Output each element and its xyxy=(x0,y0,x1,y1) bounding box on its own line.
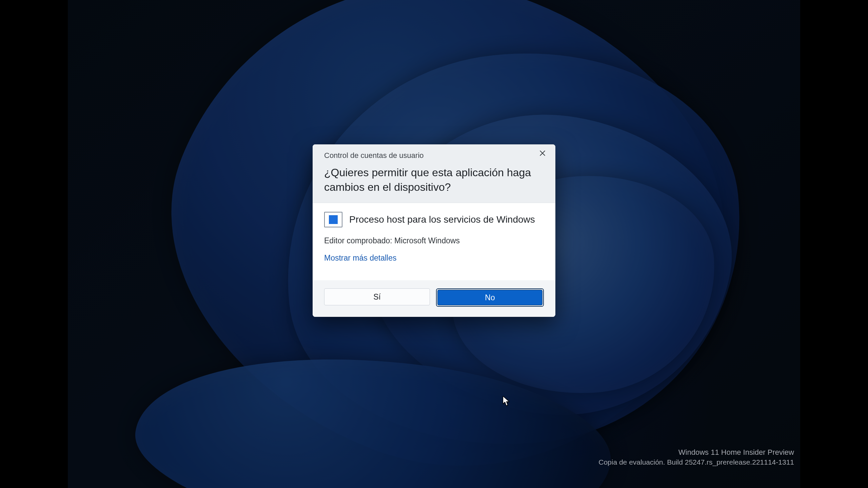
desktop-background: Windows 11 Home Insider Preview Copia de… xyxy=(68,0,800,488)
uac-title: ¿Quieres permitir que esta aplicación ha… xyxy=(324,165,544,195)
uac-dialog: Control de cuentas de usuario ¿Quieres p… xyxy=(313,144,555,317)
watermark-line1: Windows 11 Home Insider Preview xyxy=(598,447,794,458)
pillarbox-left xyxy=(0,0,68,488)
show-more-details-link[interactable]: Mostrar más detalles xyxy=(324,253,396,263)
windows-watermark: Windows 11 Home Insider Preview Copia de… xyxy=(598,447,794,467)
uac-header: Control de cuentas de usuario ¿Quieres p… xyxy=(313,144,555,203)
pillarbox-right xyxy=(800,0,868,488)
uac-app-row: Proceso host para los servicios de Windo… xyxy=(324,212,544,227)
yes-button[interactable]: Sí xyxy=(324,288,430,305)
uac-caption: Control de cuentas de usuario xyxy=(324,151,424,160)
watermark-line2: Copia de evaluación. Build 25247.rs_prer… xyxy=(598,458,794,467)
no-button-focus-ring: No xyxy=(436,288,544,307)
uac-app-name: Proceso host para los servicios de Windo… xyxy=(349,214,535,225)
app-icon xyxy=(324,212,342,227)
uac-body: Proceso host para los servicios de Windo… xyxy=(313,203,555,280)
close-icon xyxy=(539,150,546,156)
uac-footer: Sí No xyxy=(313,280,555,317)
uac-publisher: Editor comprobado: Microsoft Windows xyxy=(324,236,544,245)
close-button[interactable] xyxy=(538,148,547,158)
no-button[interactable]: No xyxy=(437,290,542,305)
uac-caption-row: Control de cuentas de usuario xyxy=(324,151,544,160)
